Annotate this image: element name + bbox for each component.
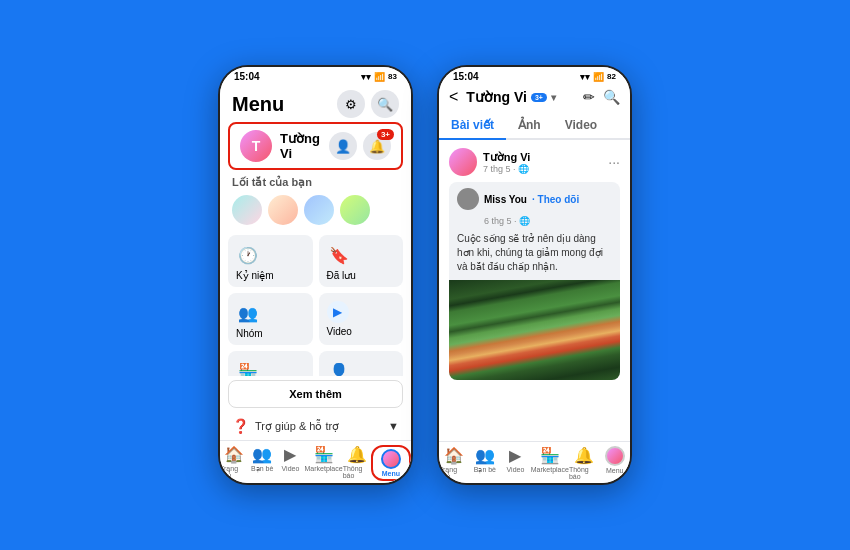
see-more-button[interactable]: Xem thêm [228,380,403,408]
video-nav-icon-2: ▶ [509,446,521,465]
shared-post-time: 6 thg 5 · 🌐 [484,216,530,226]
wifi-icon-2: ▾▾ [580,72,590,82]
menu-item-memories[interactable]: 🕐 Kỷ niệm [228,235,313,287]
settings-button[interactable]: ⚙ [337,90,365,118]
shared-time-row: 6 thg 5 · 🌐 [449,216,620,232]
profile2-name-text: Tường Vi [466,89,527,105]
phone-1: 15:04 ▾▾ 📶 83 Menu ⚙ 🔍 T Tường Vi [218,65,413,485]
shared-follow-btn[interactable]: · Theo dõi [532,194,579,205]
back-button[interactable]: < [449,88,458,106]
home-nav-label-2: Trang chủ [439,466,470,481]
shared-post-header: Miss You · Theo dõi [449,182,620,216]
post-author-name: Tường Vi [483,151,602,164]
video-label: Video [327,326,396,337]
search-icon-2[interactable]: 🔍 [603,89,620,105]
status-bar-1: 15:04 ▾▾ 📶 83 [220,67,411,84]
phone2-header: < Tường Vi 3+ ▾ ✏ 🔍 [439,84,630,110]
saved-icon: 🔖 [327,243,351,267]
notification-btn[interactable]: 🔔 3+ [363,132,391,160]
help-icon: ❓ [232,418,249,434]
video-nav-icon: ▶ [284,445,296,464]
friends-nav-label-2: Bạn bè [474,466,496,474]
menu-item-saved[interactable]: 🔖 Đã lưu [319,235,404,287]
marketplace-nav-label: Marketplace [305,465,343,472]
nav-notifications-1[interactable]: 🔔 Thông báo [343,445,371,481]
menu-item-groups[interactable]: 👥 Nhóm [228,293,313,345]
tab-videos[interactable]: Video [553,110,609,138]
notifications-nav-label-2: Thông báo [569,466,600,480]
status-bar-2: 15:04 ▾▾ 📶 82 [439,67,630,84]
search-button-1[interactable]: 🔍 [371,90,399,118]
nav-friends-1[interactable]: 👥 Bạn bè [248,445,276,481]
marketplace-nav-label-2: Marketplace [531,466,569,473]
nav-home-2[interactable]: 🏠 Trang chủ [439,446,470,481]
post-time: 7 thg 5 · 🌐 [483,164,602,174]
post-more-btn[interactable]: ··· [608,154,620,170]
shared-author-avatar [457,188,479,210]
help-chevron: ▼ [388,420,399,432]
video-nav-label-2: Video [507,466,525,473]
notifications-nav-icon-2: 🔔 [574,446,594,465]
nav-menu-2[interactable]: Menu [599,446,630,481]
groups-label: Nhóm [236,328,305,339]
home-nav-label: Trang chủ [220,465,248,480]
help-label: Trợ giúp & hỗ trợ [255,420,339,433]
profile-name: Tường Vi [280,131,321,161]
post-image [449,280,620,380]
friends-nav-icon-2: 👥 [475,446,495,465]
phone1-content: Menu ⚙ 🔍 T Tường Vi 👤 🔔 3+ [220,84,411,440]
profile-row[interactable]: T Tường Vi 👤 🔔 3+ [228,122,403,170]
help-row[interactable]: ❓ Trợ giúp & hỗ trợ ▼ [220,412,411,440]
home-nav-icon-2: 🏠 [444,446,464,465]
notifications-nav-label: Thông báo [343,465,371,479]
gear-icon: ⚙ [345,97,357,112]
nav-home-1[interactable]: 🏠 Trang chủ [220,445,248,481]
shared-post-text: Cuộc sống sẽ trở nên dịu dàng hơn khi, c… [449,232,620,280]
battery-label-2: 82 [607,72,616,81]
bottom-nav-1: 🏠 Trang chủ 👥 Bạn bè ▶ Video 🏪 Marketpla… [220,440,411,483]
avatars-row [220,191,411,231]
menu-title: Menu [232,93,284,116]
status-icons-2: ▾▾ 📶 82 [580,72,616,82]
shared-post: Miss You · Theo dõi 6 thg 5 · 🌐 Cuộc sốn… [449,182,620,380]
menu-item-marketplace[interactable]: 🏪 Marketplace [228,351,313,376]
nav-video-1[interactable]: ▶ Video [276,445,304,481]
app-header-1: Menu ⚙ 🔍 [220,84,411,122]
nav-menu-1[interactable]: Menu [371,445,411,481]
video-icon: ▶ [327,301,349,323]
marketplace-nav-icon-2: 🏪 [540,446,560,465]
wifi-icon: ▾▾ [361,72,371,82]
menu-nav-label: Menu [382,470,400,477]
shortcut-avatar-4[interactable] [340,195,370,225]
menu-item-video[interactable]: ▶ Video [319,293,404,345]
tab-photos[interactable]: Ảnh [506,110,553,138]
notification-badge: 3+ [377,129,394,140]
edit-icon[interactable]: ✏ [583,89,595,105]
profile-icon-btn[interactable]: 👤 [329,132,357,160]
shortcuts-label: Lối tắt của bạn [220,174,411,191]
shortcut-avatar-1[interactable] [232,195,262,225]
post-card: Tường Vi 7 thg 5 · 🌐 ··· Miss You · Theo… [439,140,630,392]
friends-nav-icon: 👥 [252,445,272,464]
nav-video-2[interactable]: ▶ Video [500,446,531,481]
nav-friends-2[interactable]: 👥 Bạn bè [470,446,501,481]
tab-posts[interactable]: Bài viết [439,110,506,140]
shortcut-avatar-3[interactable] [304,195,334,225]
header-icons-1: ⚙ 🔍 [337,90,399,118]
nav-marketplace-2[interactable]: 🏪 Marketplace [531,446,569,481]
signal-icon: 📶 [374,72,385,82]
menu-item-friends[interactable]: 👤 Bạn bè [319,351,404,376]
friends-icon: 👤 [327,359,351,376]
menu-nav-avatar-2 [605,446,625,466]
shortcut-avatar-2[interactable] [268,195,298,225]
search-icon-1: 🔍 [377,97,393,112]
profile-avatar: T [240,130,272,162]
home-nav-icon: 🏠 [224,445,244,464]
nav-marketplace-1[interactable]: 🏪 Marketplace [305,445,343,481]
battery-label: 83 [388,72,397,81]
marketplace-icon: 🏪 [236,359,260,376]
profile-chevron: ▾ [551,92,556,103]
menu-nav-label-2: Menu [606,467,624,474]
phone-2: 15:04 ▾▾ 📶 82 < Tường Vi 3+ ▾ ✏ 🔍 Bài vi… [437,65,632,485]
nav-notifications-2[interactable]: 🔔 Thông báo [569,446,600,481]
